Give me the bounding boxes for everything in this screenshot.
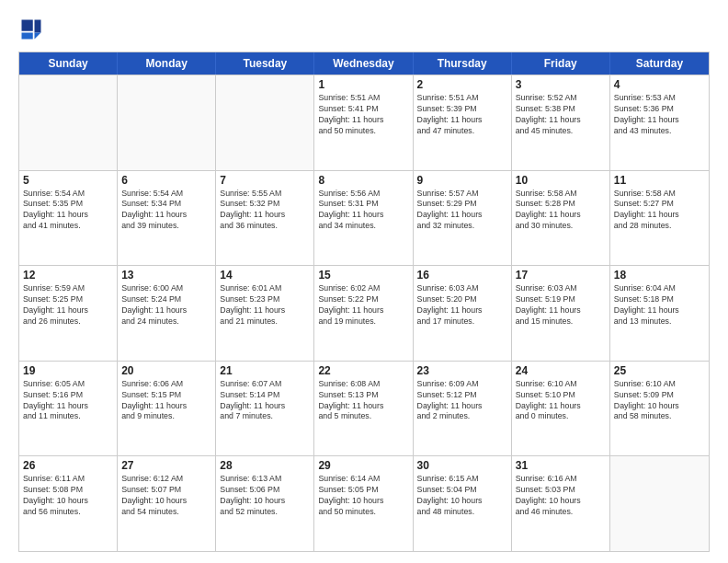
- day-info: Sunrise: 5:54 AM Sunset: 5:34 PM Dayligh…: [121, 189, 211, 233]
- calendar-cell: [610, 456, 709, 551]
- day-number: 1: [318, 78, 408, 91]
- day-info: Sunrise: 5:58 AM Sunset: 5:27 PM Dayligh…: [614, 189, 705, 233]
- day-number: 29: [318, 459, 408, 472]
- calendar-cell: 20Sunrise: 6:06 AM Sunset: 5:15 PM Dayli…: [118, 362, 216, 456]
- calendar-cell: 30Sunrise: 6:15 AM Sunset: 5:04 PM Dayli…: [414, 456, 512, 551]
- calendar-row: 19Sunrise: 6:05 AM Sunset: 5:16 PM Dayli…: [19, 361, 709, 456]
- calendar-cell: 15Sunrise: 6:02 AM Sunset: 5:22 PM Dayli…: [314, 266, 413, 361]
- weekday-header: Wednesday: [314, 52, 413, 75]
- calendar-cell: 12Sunrise: 5:59 AM Sunset: 5:25 PM Dayli…: [19, 266, 118, 361]
- day-info: Sunrise: 6:15 AM Sunset: 5:04 PM Dayligh…: [417, 474, 507, 518]
- day-info: Sunrise: 6:13 AM Sunset: 5:06 PM Dayligh…: [220, 474, 310, 518]
- calendar-body: 1Sunrise: 5:51 AM Sunset: 5:41 PM Daylig…: [19, 75, 709, 551]
- day-info: Sunrise: 5:52 AM Sunset: 5:38 PM Dayligh…: [516, 93, 606, 137]
- day-number: 23: [417, 364, 507, 377]
- day-info: Sunrise: 6:03 AM Sunset: 5:20 PM Dayligh…: [417, 283, 507, 327]
- calendar-cell: 8Sunrise: 5:56 AM Sunset: 5:31 PM Daylig…: [314, 171, 413, 266]
- day-number: 27: [121, 459, 211, 472]
- day-number: 25: [614, 364, 705, 377]
- svg-rect-2: [22, 20, 33, 31]
- day-number: 22: [318, 364, 408, 377]
- calendar-row: 1Sunrise: 5:51 AM Sunset: 5:41 PM Daylig…: [19, 75, 709, 170]
- day-number: 16: [417, 269, 507, 282]
- calendar-cell: [19, 75, 118, 170]
- day-number: 17: [516, 269, 606, 282]
- day-number: 10: [516, 174, 606, 187]
- calendar-row: 5Sunrise: 5:54 AM Sunset: 5:35 PM Daylig…: [19, 170, 709, 266]
- weekday-header: Friday: [512, 52, 610, 75]
- calendar-cell: 19Sunrise: 6:05 AM Sunset: 5:16 PM Dayli…: [19, 362, 118, 456]
- calendar-cell: 3Sunrise: 5:52 AM Sunset: 5:38 PM Daylig…: [512, 75, 610, 170]
- weekday-header: Thursday: [414, 52, 512, 75]
- calendar-cell: [216, 75, 314, 170]
- svg-rect-3: [22, 33, 33, 40]
- day-number: 5: [23, 174, 113, 187]
- day-number: 31: [516, 459, 606, 472]
- day-info: Sunrise: 5:57 AM Sunset: 5:29 PM Dayligh…: [417, 189, 507, 233]
- logo-icon: [18, 17, 44, 42]
- weekday-header: Monday: [118, 52, 216, 75]
- day-number: 19: [23, 364, 113, 377]
- day-number: 30: [417, 459, 507, 472]
- day-info: Sunrise: 6:09 AM Sunset: 5:12 PM Dayligh…: [417, 379, 507, 423]
- day-info: Sunrise: 6:06 AM Sunset: 5:15 PM Dayligh…: [121, 379, 211, 423]
- day-info: Sunrise: 5:53 AM Sunset: 5:36 PM Dayligh…: [614, 93, 705, 137]
- calendar: SundayMondayTuesdayWednesdayThursdayFrid…: [18, 52, 710, 552]
- calendar-row: 12Sunrise: 5:59 AM Sunset: 5:25 PM Dayli…: [19, 265, 709, 361]
- day-info: Sunrise: 6:14 AM Sunset: 5:05 PM Dayligh…: [318, 474, 408, 518]
- calendar-cell: 26Sunrise: 6:11 AM Sunset: 5:08 PM Dayli…: [19, 456, 118, 551]
- day-info: Sunrise: 5:55 AM Sunset: 5:32 PM Dayligh…: [220, 189, 310, 233]
- calendar-cell: 28Sunrise: 6:13 AM Sunset: 5:06 PM Dayli…: [216, 456, 314, 551]
- day-number: 3: [516, 78, 606, 91]
- day-number: 24: [516, 364, 606, 377]
- svg-marker-0: [35, 20, 41, 33]
- day-number: 15: [318, 269, 408, 282]
- calendar-cell: 21Sunrise: 6:07 AM Sunset: 5:14 PM Dayli…: [216, 362, 314, 456]
- calendar-cell: 18Sunrise: 6:04 AM Sunset: 5:18 PM Dayli…: [610, 266, 709, 361]
- day-number: 7: [220, 174, 310, 187]
- day-number: 21: [220, 364, 310, 377]
- day-info: Sunrise: 6:03 AM Sunset: 5:19 PM Dayligh…: [516, 283, 606, 327]
- calendar-cell: 10Sunrise: 5:58 AM Sunset: 5:28 PM Dayli…: [512, 171, 610, 266]
- day-number: 14: [220, 269, 310, 282]
- weekday-header: Tuesday: [216, 52, 314, 75]
- day-number: 28: [220, 459, 310, 472]
- calendar-cell: 23Sunrise: 6:09 AM Sunset: 5:12 PM Dayli…: [414, 362, 512, 456]
- calendar-cell: [118, 75, 216, 170]
- calendar-cell: 17Sunrise: 6:03 AM Sunset: 5:19 PM Dayli…: [512, 266, 610, 361]
- day-info: Sunrise: 6:05 AM Sunset: 5:16 PM Dayligh…: [23, 379, 113, 423]
- weekday-header: Sunday: [19, 52, 118, 75]
- weekday-header: Saturday: [610, 52, 709, 75]
- calendar-cell: 6Sunrise: 5:54 AM Sunset: 5:34 PM Daylig…: [118, 171, 216, 266]
- day-info: Sunrise: 6:12 AM Sunset: 5:07 PM Dayligh…: [121, 474, 211, 518]
- day-number: 11: [614, 174, 705, 187]
- calendar-row: 26Sunrise: 6:11 AM Sunset: 5:08 PM Dayli…: [19, 455, 709, 551]
- day-info: Sunrise: 5:58 AM Sunset: 5:28 PM Dayligh…: [516, 189, 606, 233]
- svg-marker-1: [35, 33, 41, 40]
- day-number: 18: [614, 269, 705, 282]
- logo: [18, 17, 48, 42]
- calendar-cell: 29Sunrise: 6:14 AM Sunset: 5:05 PM Dayli…: [314, 456, 413, 551]
- day-info: Sunrise: 5:56 AM Sunset: 5:31 PM Dayligh…: [318, 189, 408, 233]
- day-info: Sunrise: 6:02 AM Sunset: 5:22 PM Dayligh…: [318, 283, 408, 327]
- day-number: 20: [121, 364, 211, 377]
- day-number: 13: [121, 269, 211, 282]
- calendar-cell: 4Sunrise: 5:53 AM Sunset: 5:36 PM Daylig…: [610, 75, 709, 170]
- calendar-cell: 22Sunrise: 6:08 AM Sunset: 5:13 PM Dayli…: [314, 362, 413, 456]
- day-info: Sunrise: 6:00 AM Sunset: 5:24 PM Dayligh…: [121, 283, 211, 327]
- calendar-cell: 5Sunrise: 5:54 AM Sunset: 5:35 PM Daylig…: [19, 171, 118, 266]
- calendar-cell: 24Sunrise: 6:10 AM Sunset: 5:10 PM Dayli…: [512, 362, 610, 456]
- day-info: Sunrise: 5:51 AM Sunset: 5:41 PM Dayligh…: [318, 93, 408, 137]
- page-header: [18, 17, 710, 42]
- calendar-cell: 13Sunrise: 6:00 AM Sunset: 5:24 PM Dayli…: [118, 266, 216, 361]
- day-number: 6: [121, 174, 211, 187]
- day-info: Sunrise: 6:16 AM Sunset: 5:03 PM Dayligh…: [516, 474, 606, 518]
- day-info: Sunrise: 6:07 AM Sunset: 5:14 PM Dayligh…: [220, 379, 310, 423]
- day-number: 2: [417, 78, 507, 91]
- day-info: Sunrise: 6:01 AM Sunset: 5:23 PM Dayligh…: [220, 283, 310, 327]
- calendar-cell: 2Sunrise: 5:51 AM Sunset: 5:39 PM Daylig…: [414, 75, 512, 170]
- day-info: Sunrise: 5:54 AM Sunset: 5:35 PM Dayligh…: [23, 189, 113, 233]
- day-info: Sunrise: 6:11 AM Sunset: 5:08 PM Dayligh…: [23, 474, 113, 518]
- calendar-cell: 27Sunrise: 6:12 AM Sunset: 5:07 PM Dayli…: [118, 456, 216, 551]
- day-info: Sunrise: 6:10 AM Sunset: 5:10 PM Dayligh…: [516, 379, 606, 423]
